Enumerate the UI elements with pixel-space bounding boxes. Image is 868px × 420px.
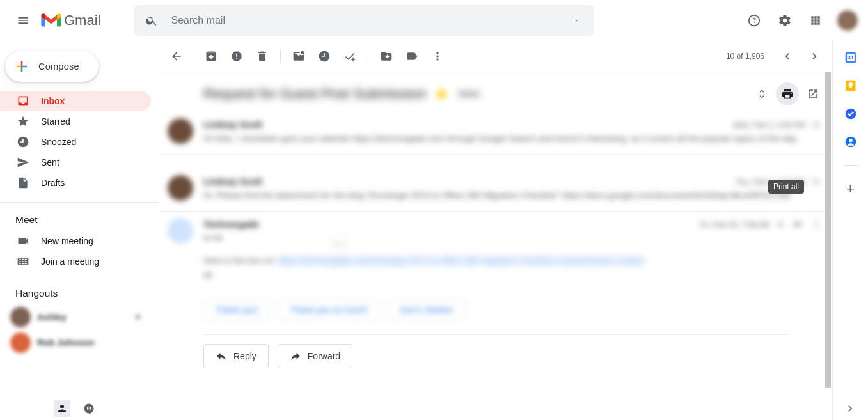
- delete-button[interactable]: [249, 43, 275, 69]
- support-button[interactable]: [741, 8, 767, 33]
- hamburger-icon: [17, 14, 29, 27]
- message-3-body-link[interactable]: https://technorgade.net/exchange-2013-to…: [278, 256, 645, 265]
- nav-list: Inbox Starred Snoozed Sent Drafts: [0, 89, 159, 198]
- add-to-tasks-button[interactable]: [337, 43, 363, 69]
- prev-message-button[interactable]: [775, 43, 800, 69]
- mark-unread-button[interactable]: [286, 43, 312, 69]
- keep-app-button[interactable]: [844, 79, 857, 92]
- gmail-logo[interactable]: Gmail: [41, 12, 100, 29]
- message-1[interactable]: Lindsay Scott Wed, Feb 2, 4:04 PM ☆ Hi h…: [159, 112, 832, 155]
- hangouts-new-chat[interactable]: +: [134, 309, 142, 325]
- nav-sent[interactable]: Sent: [0, 152, 151, 173]
- app-header: Gmail: [0, 0, 868, 41]
- message-2-avatar: [168, 175, 193, 201]
- gmail-logo-text: Gmail: [64, 12, 100, 29]
- apps-button[interactable]: [803, 8, 828, 33]
- meet-join-meeting[interactable]: Join a meeting: [0, 251, 151, 272]
- message-3-more[interactable]: ⋮: [812, 218, 823, 230]
- search-container: [134, 5, 594, 36]
- meet-new-meeting[interactable]: New meeting: [0, 231, 151, 251]
- meet-new-label: New meeting: [41, 236, 93, 246]
- nav-divider-1: [0, 202, 159, 203]
- search-button[interactable]: [134, 14, 170, 27]
- move-to-button[interactable]: [374, 43, 399, 69]
- footer-tab-hangouts[interactable]: [81, 400, 97, 417]
- nav-drafts[interactable]: Drafts: [0, 173, 151, 193]
- snooze-button[interactable]: [312, 43, 337, 69]
- message-2[interactable]: Lindsay Scott Thu, Feb 3, 3:07 PM ☆ Hi, …: [159, 169, 832, 212]
- hangouts-avatar-2: [10, 332, 31, 353]
- expand-collapse-button[interactable]: [750, 82, 773, 105]
- nav-drafts-label: Drafts: [41, 178, 65, 188]
- apps-grid-icon: [809, 14, 822, 27]
- message-3-star[interactable]: ☆: [776, 218, 787, 230]
- calendar-icon: 31: [844, 51, 857, 64]
- nav-inbox[interactable]: Inbox: [0, 91, 151, 111]
- spam-button[interactable]: [224, 43, 249, 69]
- scrollbar-track[interactable]: [823, 72, 832, 387]
- message-3-sender: Technorgade: [203, 219, 259, 229]
- main-content: 10 of 1,906 Request for Guest Post Submi…: [159, 41, 832, 420]
- next-message-button[interactable]: [801, 43, 827, 69]
- thread-label-chip[interactable]: Inbox: [456, 88, 482, 100]
- get-addons-button[interactable]: +: [846, 181, 855, 198]
- folder-move-icon: [380, 50, 393, 63]
- important-marker[interactable]: ⭐: [434, 87, 448, 101]
- search-bar[interactable]: [134, 5, 594, 36]
- tasks-icon: [844, 107, 857, 120]
- send-icon: [17, 156, 29, 169]
- forward-button[interactable]: Forward: [278, 344, 352, 368]
- print-all-button[interactable]: [776, 82, 799, 105]
- message-3-tail: ak: [203, 269, 823, 281]
- scrollbar-thumb[interactable]: [825, 72, 831, 388]
- search-options-button[interactable]: [558, 17, 594, 24]
- more-button[interactable]: [425, 43, 450, 69]
- reply-label: Reply: [233, 351, 256, 361]
- archive-button[interactable]: [198, 43, 224, 69]
- back-button[interactable]: [164, 43, 189, 69]
- collapse-side-panel-button[interactable]: [844, 402, 856, 415]
- labels-button[interactable]: [399, 43, 425, 69]
- right-side-panel: 31 +: [832, 41, 868, 420]
- thread-view: Request for Guest Post Submission ⭐ Inbo…: [159, 72, 832, 420]
- open-in-new-icon: [807, 88, 819, 100]
- message-toolbar: 10 of 1,906: [159, 41, 832, 72]
- meet-join-label: Join a meeting: [41, 256, 99, 267]
- message-1-star[interactable]: ☆: [812, 118, 823, 130]
- expand-hidden-messages[interactable]: ⋯: [330, 235, 348, 253]
- main-menu-button[interactable]: [8, 5, 38, 36]
- smart-reply-3[interactable]: Got it, thanks!: [388, 299, 465, 320]
- search-input[interactable]: [170, 14, 558, 27]
- report-spam-icon: [230, 50, 243, 63]
- tasks-app-button[interactable]: [844, 107, 857, 120]
- message-2-star[interactable]: ☆: [812, 175, 823, 187]
- settings-button[interactable]: [772, 8, 798, 33]
- hangouts-user-1[interactable]: Ashley +: [0, 304, 159, 330]
- message-1-sender: Lindsay Scott: [203, 120, 262, 130]
- nav-snoozed-label: Snoozed: [41, 137, 76, 147]
- keep-icon: [844, 79, 857, 92]
- reply-icon: [216, 350, 227, 362]
- mail-unread-icon: [292, 50, 305, 63]
- action-row: Reply Forward: [159, 344, 832, 386]
- reply-button[interactable]: Reply: [203, 344, 269, 368]
- smart-reply-2[interactable]: Thank you so much!: [278, 299, 381, 320]
- footer-tab-contacts[interactable]: [54, 400, 70, 417]
- contacts-app-button[interactable]: [844, 136, 857, 148]
- smart-reply-1[interactable]: Thank you!: [203, 299, 271, 320]
- message-3-reply[interactable]: ↩: [794, 218, 805, 230]
- calendar-app-button[interactable]: 31: [844, 51, 857, 64]
- body-layout: Compose Inbox Starred Snoozed Sent Draft…: [0, 41, 868, 420]
- toolbar-sep-1: [280, 50, 281, 63]
- nav-snoozed[interactable]: Snoozed: [0, 132, 151, 152]
- meet-section-title: Meet: [0, 206, 159, 231]
- hangouts-user-2[interactable]: Rob Johnson: [0, 330, 159, 355]
- nav-starred[interactable]: Starred: [0, 111, 151, 132]
- keyboard-icon: [17, 255, 29, 268]
- nav-starred-label: Starred: [41, 116, 70, 127]
- open-new-window-button[interactable]: [801, 82, 825, 105]
- contacts-icon: [844, 136, 857, 148]
- account-avatar[interactable]: [837, 10, 858, 31]
- compose-button[interactable]: Compose: [5, 51, 99, 82]
- forward-icon: [290, 350, 301, 362]
